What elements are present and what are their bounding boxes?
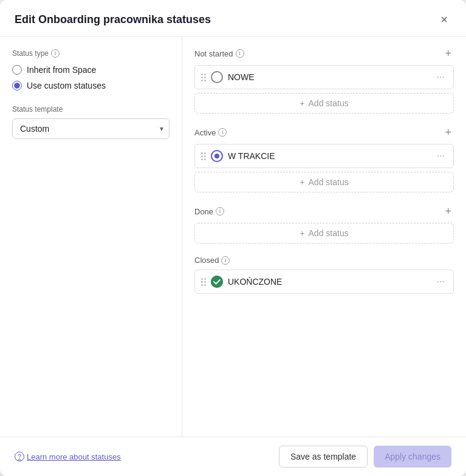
group-title-done: Done i [194, 207, 224, 216]
status-group-done: Done i + + Add status [194, 205, 454, 243]
template-select[interactable]: Custom Default Scrum Kanban [12, 118, 170, 139]
svg-point-0 [211, 276, 223, 288]
group-header-closed: Closed i [194, 256, 454, 265]
drag-handle-ukonczone[interactable] [201, 278, 206, 286]
footer-actions: Save as template Apply changes [279, 446, 451, 467]
status-group-closed: Closed i U [194, 256, 454, 294]
add-icon-done: + [300, 228, 304, 238]
inherit-radio-item[interactable]: Inherit from Space [12, 65, 170, 75]
more-options-w-trakcie[interactable]: ··· [434, 149, 447, 163]
select-wrapper: Custom Default Scrum Kanban ▾ [12, 118, 170, 139]
status-type-info-icon: i [51, 49, 60, 58]
status-name-nowe: NOWE [228, 72, 430, 82]
drag-handle-nowe[interactable] [201, 73, 206, 81]
custom-radio-item[interactable]: Use custom statuses [12, 81, 170, 90]
add-status-not-started-button[interactable]: + Add status [194, 93, 454, 114]
apply-changes-button[interactable]: Apply changes [374, 446, 451, 467]
status-group-active: Active i + W TRAKCIE ··· + [194, 126, 454, 192]
add-icon-not-started: + [300, 98, 304, 108]
not-started-info-icon: i [236, 49, 244, 58]
group-header-active: Active i + [194, 126, 454, 139]
status-name-w-trakcie: W TRAKCIE [228, 151, 430, 161]
add-not-started-group-button[interactable]: + [442, 47, 454, 60]
group-title-active: Active i [194, 128, 227, 137]
more-options-nowe[interactable]: ··· [434, 70, 447, 84]
radio-group: Inherit from Space Use custom statuses [12, 65, 170, 90]
group-header-not-started: Not started i + [194, 47, 454, 60]
help-circle-icon: ? [15, 452, 24, 461]
add-icon-active: + [300, 177, 304, 187]
active-info-icon: i [218, 128, 227, 137]
learn-more-link[interactable]: ? Learn more about statuses [15, 452, 121, 461]
group-header-done: Done i + [194, 205, 454, 218]
add-done-group-button[interactable]: + [442, 205, 454, 218]
custom-radio[interactable] [12, 81, 22, 90]
group-title-closed: Closed i [194, 256, 230, 265]
close-button[interactable]: × [437, 12, 451, 27]
status-group-not-started: Not started i + NOWE ··· + [194, 47, 454, 114]
status-type-label: Status type i [12, 49, 170, 58]
status-item-w-trakcie: W TRAKCIE ··· [194, 144, 454, 168]
status-icon-not-started [211, 71, 223, 83]
template-section: Status template Custom Default Scrum Kan… [12, 105, 170, 139]
status-icon-closed [211, 276, 223, 288]
right-panel: Not started i + NOWE ··· + [182, 37, 466, 437]
inherit-radio[interactable] [12, 65, 22, 75]
inherit-radio-label: Inherit from Space [27, 65, 96, 75]
status-item-nowe: NOWE ··· [194, 65, 454, 89]
modal-header: Edit Onboarding pracownika statuses × [0, 0, 466, 37]
modal-footer: ? Learn more about statuses Save as temp… [0, 437, 466, 476]
custom-radio-label: Use custom statuses [27, 81, 106, 90]
status-icon-active [211, 150, 223, 162]
add-status-done-button[interactable]: + Add status [194, 223, 454, 243]
template-label: Status template [12, 105, 170, 114]
closed-info-icon: i [221, 256, 230, 265]
status-item-ukonczone: UKOŃCZONE ··· [194, 270, 454, 294]
modal-body: Status type i Inherit from Space Use cus… [0, 37, 466, 437]
add-active-group-button[interactable]: + [442, 126, 454, 139]
modal-title: Edit Onboarding pracownika statuses [15, 13, 211, 26]
edit-statuses-modal: Edit Onboarding pracownika statuses × St… [0, 0, 466, 476]
left-panel: Status type i Inherit from Space Use cus… [0, 37, 182, 437]
save-template-button[interactable]: Save as template [279, 446, 368, 467]
more-options-ukonczone[interactable]: ··· [434, 275, 447, 288]
drag-handle-w-trakcie[interactable] [201, 152, 206, 160]
status-name-ukonczone: UKOŃCZONE [228, 277, 430, 287]
add-status-active-button[interactable]: + Add status [194, 172, 454, 192]
checkmark-svg [211, 276, 223, 288]
group-title-not-started: Not started i [194, 49, 244, 58]
done-info-icon: i [216, 207, 224, 216]
